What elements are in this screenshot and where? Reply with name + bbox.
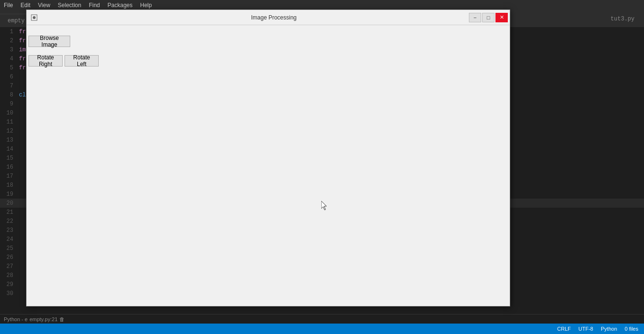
dialog-minimize-button[interactable]: − xyxy=(469,13,481,22)
dialog-close-button[interactable]: ✕ xyxy=(495,13,508,22)
status-right: CRLF UTF-8 Python 0 files xyxy=(557,326,638,332)
bottom-bar: Python - e empty.py:21 🗑 xyxy=(0,314,644,324)
tab-tut3[interactable]: tut3.py xyxy=(611,10,644,27)
dialog-window: Image Processing − □ ✕ Browse Image Rota… xyxy=(26,10,510,306)
menu-selection[interactable]: Selection xyxy=(58,2,81,9)
status-python: Python - e xyxy=(4,316,28,322)
dialog-app-icon xyxy=(30,14,38,21)
status-bar: CRLF UTF-8 Python 0 files xyxy=(0,324,644,334)
rotate-left-button[interactable]: Rotate Left xyxy=(65,55,99,67)
status-filename: empty.py:21 xyxy=(29,316,57,322)
menu-file[interactable]: File xyxy=(4,2,13,9)
menu-bar: File Edit View Selection Find Packages H… xyxy=(0,0,644,10)
menu-help[interactable]: Help xyxy=(140,2,152,9)
menu-find[interactable]: Find xyxy=(89,2,100,9)
menu-view[interactable]: View xyxy=(38,2,50,9)
menu-edit[interactable]: Edit xyxy=(20,2,30,9)
browse-image-button[interactable]: Browse Image xyxy=(28,36,70,47)
status-language[interactable]: Python xyxy=(601,326,617,332)
dialog-content: Browse Image Rotate Right Rotate Left xyxy=(27,25,510,306)
rotate-right-button[interactable]: Rotate Right xyxy=(28,55,63,67)
status-files: 0 files xyxy=(625,326,638,332)
svg-point-1 xyxy=(33,16,36,19)
status-line-ending[interactable]: CRLF xyxy=(557,326,571,332)
status-icon: 🗑 xyxy=(59,316,65,322)
status-encoding[interactable]: UTF-8 xyxy=(579,326,593,332)
dialog-titlebar: Image Processing − □ ✕ xyxy=(27,10,510,25)
dialog-restore-button[interactable]: □ xyxy=(482,13,495,22)
menu-packages[interactable]: Packages xyxy=(108,2,133,9)
dialog-title: Image Processing xyxy=(42,14,506,21)
dialog-controls: − □ ✕ xyxy=(469,13,508,22)
